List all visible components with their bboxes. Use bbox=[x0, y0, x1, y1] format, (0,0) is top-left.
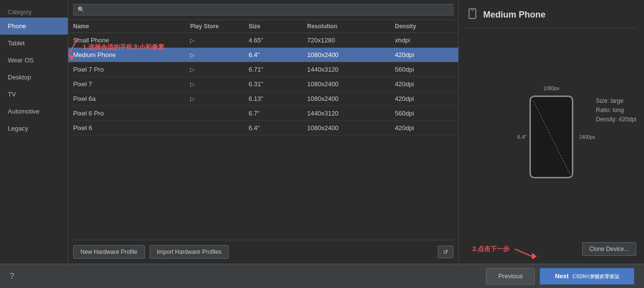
row-name: Pixel 7 bbox=[73, 80, 190, 88]
next-button[interactable]: Next CSDN©梦醒贰零壹柒 bbox=[540, 268, 634, 285]
table-row[interactable]: Pixel 6 6.4" 1080x2400 420dpi bbox=[68, 121, 458, 135]
sidebar-item-tv[interactable]: TV bbox=[0, 86, 68, 103]
search-bar bbox=[68, 0, 458, 20]
table-row[interactable]: Medium Phone ▷ 6.4" 1080x2400 420dpi bbox=[68, 48, 458, 62]
device-preview-title: Medium Phone bbox=[467, 8, 636, 28]
sidebar-item-tablet[interactable]: Tablet bbox=[0, 35, 68, 52]
row-density: 420dpi bbox=[395, 95, 453, 102]
row-density: 560dpi bbox=[395, 110, 453, 117]
device-specs: Size: large Ratio: long Density: 420dpi bbox=[596, 96, 636, 125]
row-play-store: ▷ bbox=[190, 66, 249, 73]
row-density: 420dpi bbox=[395, 124, 453, 132]
footer: ? Previous Next CSDN©梦醒贰零壹柒 bbox=[0, 264, 644, 288]
device-icon bbox=[467, 8, 478, 22]
col-resolution: Resolution bbox=[307, 23, 395, 30]
col-name: Name bbox=[73, 23, 190, 30]
refresh-button[interactable]: ↺ bbox=[438, 246, 453, 258]
new-hardware-button[interactable]: New Hardware Profile bbox=[73, 245, 145, 259]
phone-outline bbox=[529, 96, 573, 178]
row-resolution: 1440x3120 bbox=[307, 110, 395, 117]
sidebar: Category Phone Tablet Wear OS Desktop TV… bbox=[0, 0, 68, 264]
ratio-key: Ratio: bbox=[596, 107, 611, 114]
row-resolution: 720x1280 bbox=[307, 37, 395, 44]
row-resolution: 1080x2400 bbox=[307, 80, 395, 88]
table-row[interactable]: Pixel 6 Pro 6.7" 1440x3120 560dpi bbox=[68, 106, 458, 121]
row-play-store: ▷ bbox=[190, 96, 249, 102]
row-name: Small Phone bbox=[73, 37, 190, 44]
row-play-store: ▷ bbox=[190, 81, 249, 88]
table-header: Name Play Store Size Resolution Density bbox=[68, 20, 458, 33]
density-value: 420dpi bbox=[619, 116, 636, 123]
clone-device-button[interactable]: Clone Device... bbox=[582, 242, 636, 256]
table-body: Small Phone ▷ 4.65" 720x1280 xhdpi Mediu… bbox=[68, 33, 458, 240]
device-preview-area: 1080px 6.4" 2400px Size: large Ratio: lo… bbox=[467, 36, 636, 237]
density-key: Density: bbox=[596, 116, 617, 123]
row-density: 420dpi bbox=[395, 51, 453, 58]
row-name: Pixel 6 bbox=[73, 124, 190, 132]
sidebar-item-legacy[interactable]: Legacy bbox=[0, 120, 68, 137]
row-size: 4.65" bbox=[249, 37, 307, 44]
size-value: large bbox=[610, 97, 624, 104]
svg-line-2 bbox=[533, 100, 570, 173]
watermark: CSDN©梦醒贰零壹柒 bbox=[572, 274, 619, 279]
height-label: 2400px bbox=[579, 134, 595, 139]
row-density: 420dpi bbox=[395, 80, 453, 88]
search-input[interactable] bbox=[73, 4, 453, 16]
sidebar-item-desktop[interactable]: Desktop bbox=[0, 69, 68, 86]
diagonal-label: 6.4" bbox=[517, 134, 527, 140]
row-play-store: ▷ bbox=[190, 52, 249, 58]
row-play-store: ▷ bbox=[190, 37, 249, 44]
row-density: xhdpi bbox=[395, 37, 453, 44]
row-name: Pixel 7 Pro bbox=[73, 66, 190, 73]
row-size: 6.71" bbox=[249, 66, 307, 73]
col-play-store: Play Store bbox=[190, 23, 249, 30]
row-resolution: 1080x2400 bbox=[307, 51, 395, 58]
center-panel: Name Play Store Size Resolution Density … bbox=[68, 0, 459, 264]
device-title: Medium Phone bbox=[483, 10, 546, 20]
row-name: Pixel 6a bbox=[73, 95, 190, 102]
col-size: Size bbox=[249, 23, 307, 30]
clone-btn-container: Clone Device... bbox=[467, 242, 636, 256]
table-row[interactable]: Pixel 6a ▷ 6.13" 1080x2400 420dpi bbox=[68, 92, 458, 106]
row-name: Pixel 6 Pro bbox=[73, 110, 190, 117]
row-size: 6.7" bbox=[249, 110, 307, 117]
size-key: Size: bbox=[596, 97, 609, 104]
ratio-value: long bbox=[613, 107, 624, 114]
sidebar-item-automotive[interactable]: Automotive bbox=[0, 103, 68, 120]
row-resolution: 1080x2400 bbox=[307, 95, 395, 102]
row-size: 6.13" bbox=[249, 95, 307, 102]
import-hardware-button[interactable]: Import Hardware Profiles bbox=[150, 245, 229, 259]
help-icon[interactable]: ? bbox=[10, 272, 14, 281]
row-resolution: 1440x3120 bbox=[307, 66, 395, 73]
row-resolution: 1080x2400 bbox=[307, 124, 395, 132]
row-size: 6.4" bbox=[249, 51, 307, 58]
row-density: 560dpi bbox=[395, 66, 453, 73]
right-panel: Medium Phone 1080px 6.4" 2400px Size: la… bbox=[459, 0, 644, 264]
bottom-buttons: New Hardware Profile Import Hardware Pro… bbox=[68, 240, 458, 264]
col-density: Density bbox=[395, 23, 453, 30]
width-label: 1080px bbox=[544, 86, 560, 91]
row-size: 6.31" bbox=[249, 80, 307, 88]
table-row[interactable]: Small Phone ▷ 4.65" 720x1280 xhdpi bbox=[68, 33, 458, 48]
row-name: Medium Phone bbox=[73, 51, 190, 58]
footer-actions: Previous Next CSDN©梦醒贰零壹柒 bbox=[486, 268, 634, 285]
sidebar-item-wear-os[interactable]: Wear OS bbox=[0, 52, 68, 69]
row-size: 6.4" bbox=[249, 124, 307, 132]
table-row[interactable]: Pixel 7 ▷ 6.31" 1080x2400 420dpi bbox=[68, 77, 458, 92]
table-row[interactable]: Pixel 7 Pro ▷ 6.71" 1440x3120 560dpi bbox=[68, 62, 458, 77]
sidebar-item-phone[interactable]: Phone bbox=[0, 18, 68, 35]
sidebar-header-category: Category bbox=[0, 4, 68, 18]
previous-button[interactable]: Previous bbox=[486, 268, 535, 285]
